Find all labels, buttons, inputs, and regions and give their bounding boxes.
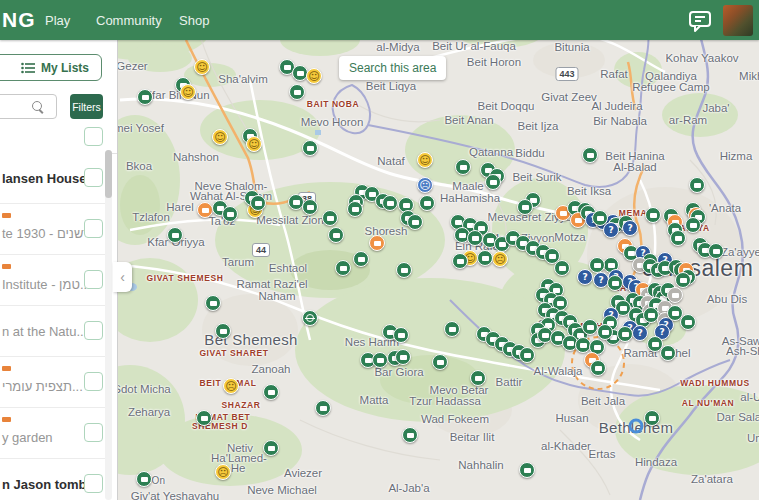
traditional-cache-marker[interactable] — [485, 174, 501, 190]
found-cache-smiley-marker[interactable]: ☺ — [417, 152, 433, 168]
traditional-cache-marker[interactable] — [708, 243, 724, 259]
nav-item-community[interactable]: Community — [96, 13, 162, 28]
traditional-cache-marker[interactable] — [196, 410, 212, 426]
traditional-cache-marker[interactable] — [215, 323, 231, 339]
traditional-cache-marker[interactable] — [347, 201, 363, 217]
cache-row-checkbox[interactable] — [84, 270, 103, 289]
geocaching-logo: NG — [2, 8, 36, 32]
traditional-cache-marker[interactable] — [302, 199, 318, 215]
traditional-cache-marker[interactable] — [644, 410, 660, 426]
traditional-cache-marker[interactable] — [137, 89, 153, 105]
traditional-cache-marker[interactable] — [167, 227, 183, 243]
nav-item-play[interactable]: Play — [45, 13, 70, 28]
traditional-cache-marker[interactable] — [263, 384, 279, 400]
cache-list-row[interactable]: תצפית עומרי... — [0, 357, 105, 408]
mystery-cache-marker[interactable]: ? — [577, 269, 593, 285]
traditional-cache-marker[interactable] — [205, 295, 221, 311]
traditional-cache-marker[interactable] — [467, 230, 483, 246]
traditional-cache-marker[interactable] — [353, 251, 369, 267]
traditional-cache-marker[interactable] — [582, 319, 598, 335]
traditional-cache-marker[interactable] — [607, 275, 623, 291]
traditional-cache-marker[interactable] — [382, 195, 398, 211]
dnf-cache-frown-marker[interactable]: ☹ — [492, 251, 508, 267]
traditional-cache-marker[interactable] — [402, 427, 418, 443]
traditional-cache-marker[interactable] — [419, 195, 435, 211]
traditional-cache-marker[interactable] — [250, 195, 266, 211]
traditional-cache-marker[interactable] — [444, 321, 460, 337]
traditional-cache-marker[interactable] — [470, 370, 486, 386]
found-cache-smiley-marker[interactable]: ☺ — [212, 129, 228, 145]
cache-list-row[interactable]: y garden — [0, 408, 105, 459]
earthcache-marker[interactable] — [302, 310, 318, 326]
traditional-cache-marker[interactable] — [660, 345, 676, 361]
multi-cache-marker[interactable] — [369, 235, 385, 251]
cache-row-checkbox[interactable] — [84, 168, 103, 187]
traditional-cache-marker[interactable] — [289, 84, 305, 100]
filters-button[interactable]: Filters — [70, 94, 103, 119]
traditional-cache-marker[interactable] — [582, 147, 598, 163]
list-icon — [21, 62, 35, 74]
traditional-cache-marker[interactable] — [597, 324, 613, 340]
traditional-cache-marker[interactable] — [519, 462, 535, 478]
traditional-cache-marker[interactable] — [407, 214, 423, 230]
cache-list-row[interactable]: lansen House — [0, 153, 105, 204]
cache-row-checkbox[interactable] — [84, 321, 103, 340]
found-cache-smiley-marker[interactable]: ☺ — [194, 59, 210, 75]
traditional-cache-marker[interactable] — [263, 440, 279, 456]
traditional-cache-marker[interactable] — [517, 199, 533, 215]
multi-cache-marker[interactable] — [197, 202, 213, 218]
cache-row-checkbox[interactable] — [84, 423, 103, 442]
cache-list-row[interactable]: n at the Natu... — [0, 306, 105, 357]
traditional-cache-marker[interactable] — [393, 327, 409, 343]
traditional-cache-marker[interactable] — [689, 177, 705, 193]
traditional-cache-marker[interactable] — [670, 230, 686, 246]
found-cache-smiley-marker[interactable]: ☺ — [306, 68, 322, 84]
messages-icon[interactable] — [687, 8, 713, 34]
cache-list-row[interactable]: te 1930 - רשנים... — [0, 204, 105, 255]
location-ring-marker[interactable] — [629, 419, 644, 434]
traditional-cache-marker[interactable] — [328, 227, 344, 243]
mystery-cache-marker[interactable]: ? — [622, 220, 638, 236]
traditional-cache-marker[interactable] — [519, 347, 535, 363]
traditional-cache-marker[interactable] — [222, 206, 238, 222]
traditional-cache-marker[interactable] — [396, 262, 412, 278]
dnf-cache-frown-marker[interactable]: ☹ — [417, 177, 433, 193]
traditional-cache-marker[interactable] — [455, 159, 471, 175]
nav-item-shop[interactable]: Shop — [179, 13, 209, 28]
traditional-cache-marker[interactable] — [136, 471, 152, 487]
mystery-cache-marker[interactable]: ? — [603, 222, 619, 238]
traditional-cache-marker[interactable] — [452, 253, 468, 269]
traditional-cache-marker[interactable] — [335, 260, 351, 276]
sidebar-scrollbar-thumb[interactable] — [105, 150, 112, 198]
traditional-cache-marker[interactable] — [372, 352, 388, 368]
cache-row-checkbox[interactable] — [84, 474, 103, 493]
cache-row-checkbox[interactable] — [84, 219, 103, 238]
dnf-cache-frown-marker[interactable]: ☹ — [223, 378, 239, 394]
user-avatar[interactable] — [723, 5, 753, 36]
found-cache-smiley-marker[interactable]: ☺ — [180, 84, 196, 100]
traditional-cache-marker[interactable] — [322, 210, 338, 226]
cache-list-row[interactable]: Institute - טמן... — [0, 255, 105, 306]
traditional-cache-marker[interactable] — [589, 257, 605, 273]
traditional-cache-marker[interactable] — [685, 217, 701, 233]
traditional-cache-marker[interactable] — [432, 354, 448, 370]
traditional-cache-marker[interactable] — [617, 326, 633, 342]
found-cache-smiley-marker[interactable]: ☺ — [246, 136, 262, 152]
my-lists-button[interactable]: My Lists — [0, 54, 102, 81]
sidebar-collapse-button[interactable]: ‹ — [113, 262, 132, 292]
traditional-cache-marker[interactable] — [302, 140, 318, 156]
traditional-cache-marker[interactable] — [315, 400, 331, 416]
traditional-cache-marker[interactable] — [645, 207, 661, 223]
traditional-cache-marker[interactable] — [675, 272, 691, 288]
cache-row-checkbox[interactable] — [84, 372, 103, 391]
traditional-cache-marker[interactable] — [477, 250, 493, 266]
cache-list-row[interactable]: n Jason tomb — [0, 459, 105, 500]
dnf-cache-frown-marker[interactable]: ☹ — [215, 464, 231, 480]
traditional-cache-marker[interactable] — [680, 314, 696, 330]
mystery-cache-marker[interactable]: ? — [632, 325, 648, 341]
traditional-cache-marker[interactable] — [590, 360, 606, 376]
select-all-checkbox[interactable] — [84, 127, 103, 146]
traditional-cache-marker[interactable] — [554, 260, 570, 276]
traditional-cache-marker[interactable] — [395, 349, 411, 365]
search-this-area-button[interactable]: Search this area — [339, 56, 446, 80]
